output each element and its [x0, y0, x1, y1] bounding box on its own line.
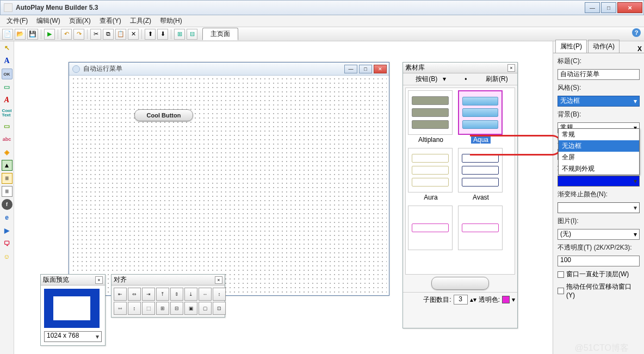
menu-edit[interactable]: 编辑(W) — [32, 15, 64, 27]
preview-window[interactable]: 自动运行菜单 — □ ✕ Cool Button — [69, 62, 389, 296]
list-tool-icon[interactable]: ≡ — [2, 173, 13, 184]
open-icon[interactable]: 📂 — [15, 29, 26, 40]
material-library-panel[interactable]: 素材库 × 按钮(B) ▾ • 刷新(R) Altiplano Aqua — [403, 62, 518, 328]
matlib-item-avast[interactable] — [458, 148, 503, 192]
same-width-icon[interactable]: ⇿ — [114, 302, 127, 315]
remove-page-icon[interactable]: ⊟ — [187, 29, 197, 40]
menu-file[interactable]: 文件(F) — [2, 15, 32, 27]
bar-tool-icon[interactable]: ▭ — [2, 82, 13, 92]
align-panel-close-icon[interactable]: × — [215, 276, 222, 284]
transparent-color-picker[interactable] — [502, 296, 510, 303]
preview-max-button[interactable]: □ — [359, 65, 372, 73]
cool-button-element[interactable]: Cool Button — [134, 109, 193, 121]
run-icon[interactable]: ▶ — [44, 29, 55, 40]
smiley-tool-icon[interactable]: ☺ — [2, 251, 13, 262]
minimize-button[interactable]: — — [585, 2, 600, 13]
align-right-icon[interactable]: ⇥ — [142, 288, 155, 301]
menu-tool[interactable]: 工具(Z) — [126, 15, 156, 27]
cooltext-tool-icon[interactable]: CoolText — [2, 108, 13, 119]
dragmove-checkbox[interactable]: 拖动任何位置移动窗口(Y) — [558, 282, 640, 299]
picture-tool-icon[interactable]: ▲ — [2, 160, 13, 171]
preview-min-button[interactable]: — — [344, 65, 357, 73]
styled-text-tool-icon[interactable]: A — [2, 95, 13, 105]
new-icon[interactable]: 📄 — [2, 29, 13, 40]
subimage-count-input[interactable]: 3 — [454, 295, 468, 305]
matlib-gallery[interactable]: Altiplano Aqua Aura Avast — [405, 88, 515, 275]
maximize-button[interactable]: □ — [601, 2, 616, 13]
align-top-icon[interactable]: ⤒ — [156, 288, 169, 301]
delete-icon[interactable]: ✕ — [128, 29, 139, 40]
align-middle-icon[interactable]: ⇕ — [170, 288, 183, 301]
matlib-category-button[interactable]: 按钮(B) ▾ — [409, 73, 449, 85]
close-button[interactable]: ✕ — [617, 2, 642, 13]
same-size-icon[interactable]: ⬚ — [142, 302, 155, 315]
help-icon[interactable]: ? — [632, 28, 641, 37]
properties-close-icon[interactable]: X — [637, 45, 642, 53]
cut-icon[interactable]: ✂ — [90, 29, 101, 40]
redo-icon[interactable]: ↷ — [73, 29, 84, 40]
matlib-item-altiplano[interactable] — [408, 90, 453, 135]
title-input[interactable]: 自动运行菜单 — [558, 69, 640, 80]
layout-thumbnail[interactable] — [44, 289, 100, 328]
undo-icon[interactable]: ↶ — [61, 29, 72, 40]
tab-properties[interactable]: 属性(P) — [555, 40, 587, 53]
matlib-item-aura[interactable] — [408, 148, 453, 192]
layout-panel-close-icon[interactable]: × — [95, 276, 103, 284]
picture-combo[interactable]: (无) — [558, 229, 640, 240]
menu-help[interactable]: 帮助(H) — [156, 15, 187, 27]
tab-actions[interactable]: 动作(A) — [588, 40, 620, 53]
matlib-item[interactable] — [458, 206, 503, 250]
matlib-close-icon[interactable]: × — [507, 64, 515, 72]
flash-tool-icon[interactable]: f — [2, 199, 13, 210]
copy-icon[interactable]: ⧉ — [103, 29, 114, 40]
shape-tool-icon[interactable]: ◈ — [2, 147, 13, 158]
preview-close-button[interactable]: ✕ — [374, 65, 387, 73]
image-button-tool-icon[interactable]: ▭ — [2, 121, 13, 132]
send-back-icon[interactable]: ▢ — [199, 302, 212, 315]
browser-tool-icon[interactable]: e — [2, 212, 13, 223]
opacity-input[interactable]: 100 — [558, 256, 640, 266]
group-icon[interactable]: ⊡ — [213, 302, 226, 315]
page-up-icon[interactable]: ⬆ — [145, 29, 156, 40]
center-h-icon[interactable]: ⊞ — [156, 302, 169, 315]
matlib-refresh-button[interactable]: 刷新(R) — [482, 73, 511, 85]
same-height-icon[interactable]: ↨ — [128, 302, 141, 315]
paste-icon[interactable]: 📋 — [115, 29, 126, 40]
text-tool-icon[interactable]: A — [2, 55, 13, 66]
button-tool-icon[interactable]: OK — [2, 69, 13, 79]
space-h-icon[interactable]: ↔ — [199, 288, 212, 301]
space-v-icon[interactable]: ↕ — [213, 288, 226, 301]
matlib-item[interactable] — [408, 206, 453, 250]
style-option-irregular[interactable]: 不规则外观 — [559, 163, 639, 175]
align-panel[interactable]: 对齐 × ⇤ ⇔ ⇥ ⤒ ⇕ ⤓ ↔ ↕ ⇿ ↨ ⬚ ⊞ ⊟ ▣ ▢ ⊡ — [111, 274, 225, 318]
align-bottom-icon[interactable]: ⤓ — [184, 288, 197, 301]
save-icon[interactable]: 💾 — [27, 29, 38, 40]
matlib-item-aqua[interactable] — [458, 90, 503, 135]
style-option-normal[interactable]: 常规 — [559, 129, 639, 140]
menu-view[interactable]: 查看(Y) — [95, 15, 126, 27]
speech-tool-icon[interactable]: 🗨 — [2, 238, 13, 249]
design-grid[interactable] — [71, 77, 387, 293]
style-combo[interactable]: 无边框 — [558, 96, 640, 107]
style-option-borderless[interactable]: 无边框 — [559, 140, 639, 152]
bring-front-icon[interactable]: ▣ — [184, 302, 197, 315]
style-option-fullscreen[interactable]: 全屏 — [559, 152, 639, 163]
topmost-checkbox[interactable]: 窗口一直处于顶层(W) — [558, 270, 640, 279]
memo-tool-icon[interactable]: ≡ — [2, 186, 13, 197]
align-left-icon[interactable]: ⇤ — [114, 288, 127, 301]
pointer-tool-icon[interactable]: ↖ — [2, 42, 13, 53]
layout-preview-panel[interactable]: 版面预览 × 1024 x 768 — [40, 274, 106, 346]
resolution-select[interactable]: 1024 x 768 — [44, 331, 102, 342]
align-center-h-icon[interactable]: ⇔ — [128, 288, 141, 301]
page-tab-main[interactable]: 主页面 — [202, 28, 238, 40]
gradient-start-color[interactable] — [558, 176, 640, 187]
media-tool-icon[interactable]: ▶ — [2, 225, 13, 236]
gradient-end-color[interactable] — [558, 202, 640, 213]
label-tool-icon[interactable]: abc — [2, 134, 13, 145]
add-page-icon[interactable]: ⊞ — [174, 29, 185, 40]
separator — [41, 29, 41, 39]
page-down-icon[interactable]: ⬇ — [157, 29, 168, 40]
menu-page[interactable]: 页面(X) — [65, 15, 95, 27]
center-v-icon[interactable]: ⊟ — [170, 302, 183, 315]
style-dropdown[interactable]: 常规 无边框 全屏 不规则外观 — [558, 128, 640, 175]
